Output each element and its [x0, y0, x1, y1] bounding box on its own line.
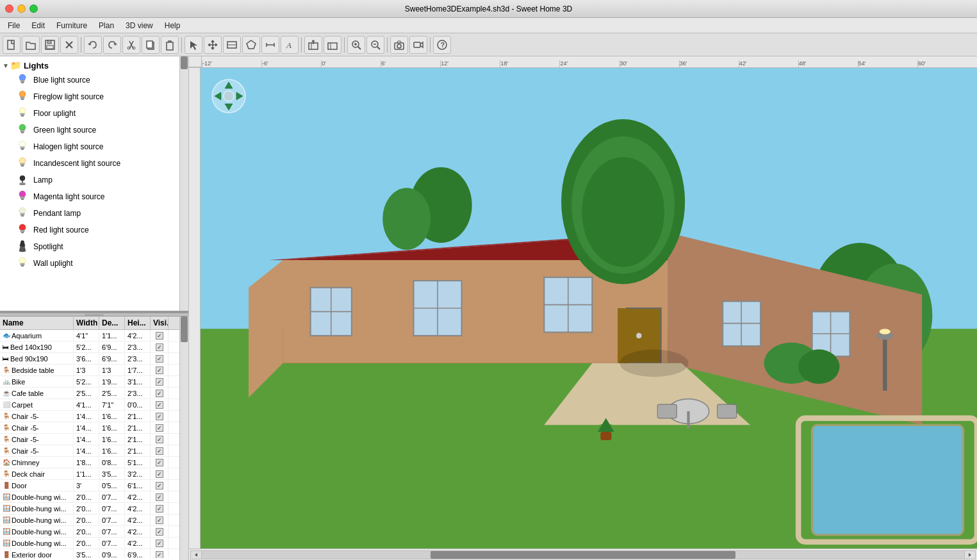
- modify-furniture-button[interactable]: [324, 36, 341, 54]
- vis-checkbox[interactable]: [156, 516, 163, 524]
- table-row[interactable]: 🪑 Chair -5- 1'4... 1'6... 2'1...: [0, 411, 188, 422]
- open-button[interactable]: [22, 36, 40, 54]
- table-scrollbar-thumb[interactable]: [181, 317, 188, 342]
- tree-item-halogen-light[interactable]: Halogen light source: [0, 138, 188, 155]
- camera-button[interactable]: [390, 36, 408, 54]
- pan-button[interactable]: [204, 36, 222, 54]
- redo-button[interactable]: [103, 36, 121, 54]
- svg-point-124: [880, 329, 891, 334]
- vis-checkbox[interactable]: [156, 343, 163, 351]
- table-row[interactable]: 🪟 Double-hung wi... 2'0... 0'7... 4'2...: [0, 526, 188, 538]
- table-row[interactable]: ☕ Cafe table 2'5... 2'5... 2'3...: [0, 388, 188, 399]
- menubar: File Edit Furniture Plan 3D view Help: [0, 18, 977, 33]
- menu-plan[interactable]: Plan: [94, 20, 119, 31]
- table-row[interactable]: 🛏 Bed 90x190 3'6... 6'9... 2'3...: [0, 353, 188, 365]
- tree-item-floor-uplight[interactable]: Floor uplight: [0, 105, 188, 122]
- table-row[interactable]: ⬜ Carpet 4'1... 7'1" 0'0...: [0, 399, 188, 411]
- save-button[interactable]: [41, 36, 59, 54]
- vis-checkbox[interactable]: [156, 413, 163, 420]
- copy-button[interactable]: [142, 36, 160, 54]
- new-button[interactable]: [3, 36, 21, 54]
- cell-height: 4'2...: [125, 538, 151, 548]
- tree-item-wall-uplight[interactable]: Wall uplight: [0, 255, 188, 272]
- vis-checkbox[interactable]: [156, 424, 163, 432]
- navigation-widget[interactable]: [211, 78, 247, 114]
- table-row[interactable]: 🪑 Chair -5- 1'4... 1'6... 2'1...: [0, 434, 188, 445]
- table-row[interactable]: 🪟 Double-hung wi... 2'0... 0'7... 4'2...: [0, 515, 188, 526]
- video-button[interactable]: [409, 36, 427, 54]
- tree-item-fireglow-light[interactable]: Fireglow light source: [0, 88, 188, 105]
- vis-checkbox[interactable]: [156, 332, 163, 340]
- import-furniture-button[interactable]: [304, 36, 322, 54]
- menu-3dview[interactable]: 3D view: [120, 20, 158, 31]
- table-row[interactable]: 🚲 Bike 5'2... 1'9... 3'1...: [0, 376, 188, 388]
- svg-rect-12: [167, 42, 173, 50]
- table-row[interactable]: 🪟 Double-hung wi... 2'0... 0'7... 4'2...: [0, 503, 188, 515]
- menu-file[interactable]: File: [3, 20, 25, 31]
- table-scrollbar[interactable]: [179, 317, 188, 560]
- table-row[interactable]: 🐟 Aquarium 4'1" 1'1... 4'2...: [0, 330, 188, 342]
- table-row[interactable]: 🪟 Double-hung wi... 2'0... 0'7... 4'2...: [0, 538, 188, 549]
- undo-button[interactable]: [84, 36, 102, 54]
- tree-item-green-light[interactable]: Green light source: [0, 122, 188, 138]
- vis-checkbox[interactable]: [156, 551, 163, 558]
- table-row[interactable]: 🚪 Exterior door 3'5... 0'9... 6'9...: [0, 549, 188, 558]
- tree-scrollbar-thumb[interactable]: [181, 56, 188, 69]
- cut-button[interactable]: [122, 36, 140, 54]
- vis-checkbox[interactable]: [156, 366, 163, 374]
- tree-item-incandescent-light[interactable]: Incandescent light source: [0, 155, 188, 172]
- tree-item-magenta-light[interactable]: Magenta light source: [0, 188, 188, 205]
- help-button[interactable]: ?: [433, 36, 451, 54]
- vis-checkbox[interactable]: [156, 470, 163, 478]
- h-scrollbar-thumb[interactable]: [431, 551, 735, 559]
- scroll-right-button[interactable]: [964, 550, 976, 559]
- vis-checkbox[interactable]: [156, 459, 163, 466]
- table-row[interactable]: 🛏 Bed 140x190 5'2... 6'9... 2'3...: [0, 342, 188, 353]
- 3d-scene[interactable]: [201, 68, 977, 548]
- tree-scroll[interactable]: ▼ 📁 Lights Blue light source: [0, 56, 188, 311]
- horizontal-scrollbar[interactable]: [202, 550, 964, 559]
- tree-item-red-light[interactable]: Red light source: [0, 222, 188, 238]
- tree-item-lamp[interactable]: Lamp: [0, 172, 188, 188]
- table-row[interactable]: 🪟 Double-hung wi... 2'0... 0'7... 4'2...: [0, 491, 188, 503]
- create-label-button[interactable]: A: [281, 36, 299, 54]
- vis-checkbox[interactable]: [156, 539, 163, 547]
- create-rooms-button[interactable]: [242, 36, 260, 54]
- paste-button[interactable]: [161, 36, 179, 54]
- select-button[interactable]: [185, 36, 202, 54]
- close-button[interactable]: [5, 4, 13, 13]
- vis-checkbox[interactable]: [156, 447, 163, 455]
- vis-checkbox[interactable]: [156, 436, 163, 443]
- menu-furniture[interactable]: Furniture: [51, 20, 92, 31]
- table-row[interactable]: 🪑 Chair -5- 1'4... 1'6... 2'1...: [0, 422, 188, 434]
- tree-item-blue-light[interactable]: Blue light source: [0, 72, 188, 88]
- menu-edit[interactable]: Edit: [26, 20, 50, 31]
- table-row[interactable]: 🏠 Chimney 1'8... 0'8... 5'1...: [0, 457, 188, 468]
- minimize-button[interactable]: [17, 4, 26, 13]
- maximize-button[interactable]: [29, 4, 38, 13]
- vis-checkbox[interactable]: [156, 482, 163, 490]
- table-row[interactable]: 🪑 Chair -5- 1'4... 1'6... 2'1...: [0, 445, 188, 457]
- vis-checkbox[interactable]: [156, 493, 163, 501]
- vis-checkbox[interactable]: [156, 355, 163, 363]
- zoom-out-button[interactable]: [366, 36, 384, 54]
- delete-button[interactable]: [60, 36, 78, 54]
- create-dim-button[interactable]: [261, 36, 279, 54]
- tree-root-lights[interactable]: ▼ 📁 Lights: [0, 59, 188, 72]
- tree-item-pendant-lamp[interactable]: Pendant lamp: [0, 205, 188, 222]
- tree-item-spotlight[interactable]: Spotlight: [0, 238, 188, 255]
- scroll-left-button[interactable]: [190, 550, 202, 559]
- table-row[interactable]: 🪑 Deck chair 1'1... 3'5... 3'2...: [0, 468, 188, 480]
- vis-checkbox[interactable]: [156, 401, 163, 409]
- tree-scrollbar[interactable]: [179, 56, 188, 311]
- menu-help[interactable]: Help: [160, 20, 186, 31]
- vis-checkbox[interactable]: [156, 390, 163, 397]
- table-row[interactable]: 🚪 Door 3' 0'5... 6'1...: [0, 480, 188, 491]
- zoom-in-button[interactable]: [347, 36, 365, 54]
- table-body[interactable]: 🐟 Aquarium 4'1" 1'1... 4'2... 🛏 Bed 140x…: [0, 330, 188, 558]
- table-row[interactable]: 🪑 Bedside table 1'3 1'3 1'7...: [0, 365, 188, 376]
- vis-checkbox[interactable]: [156, 505, 163, 513]
- create-walls-button[interactable]: [223, 36, 241, 54]
- vis-checkbox[interactable]: [156, 378, 163, 386]
- vis-checkbox[interactable]: [156, 528, 163, 536]
